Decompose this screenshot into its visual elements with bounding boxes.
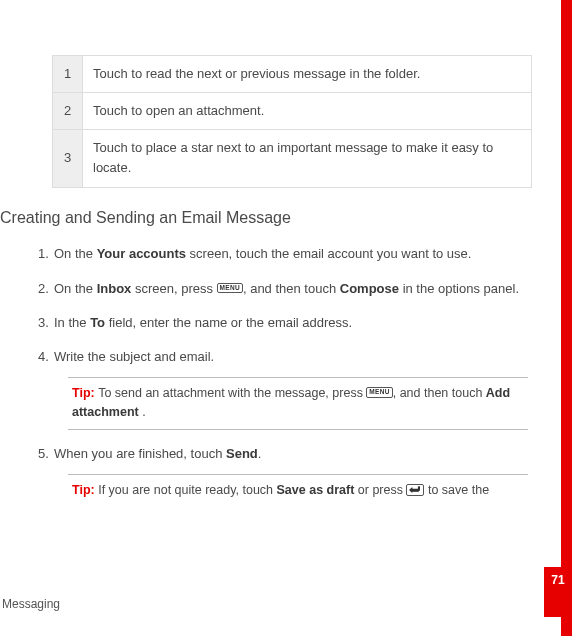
step-item: In the To field, enter the name or the e… xyxy=(38,313,528,333)
step-item: On the Inbox screen, press MENU, and the… xyxy=(38,279,528,299)
side-tab xyxy=(561,0,572,636)
back-icon xyxy=(406,484,424,496)
text: in the options panel. xyxy=(399,281,519,296)
step-item: On the Your accounts screen, touch the e… xyxy=(38,244,528,264)
steps-list: On the Your accounts screen, touch the e… xyxy=(0,244,528,500)
bold: Inbox xyxy=(97,281,132,296)
tip-block: Tip: To send an attachment with the mess… xyxy=(68,377,528,430)
text: or press xyxy=(354,483,406,497)
bold: Send xyxy=(226,446,258,461)
table-row: 3 Touch to place a star next to an impor… xyxy=(53,130,532,187)
table-row: 2 Touch to open an attachment. xyxy=(53,93,532,130)
row-text: Touch to open an attachment. xyxy=(83,93,532,130)
page-content: 1 Touch to read the next or previous mes… xyxy=(0,0,572,500)
tip-block: Tip: If you are not quite ready, touch S… xyxy=(68,474,528,500)
text: field, enter the name or the email addre… xyxy=(105,315,352,330)
menu-icon: MENU xyxy=(366,387,392,398)
step-item: When you are finished, touch Send. Tip: … xyxy=(38,444,528,501)
text: , and then touch xyxy=(393,386,486,400)
page-number: 71 xyxy=(544,567,572,617)
menu-icon: MENU xyxy=(217,283,243,294)
text: To send an attachment with the message, … xyxy=(98,386,366,400)
tip-label: Tip: xyxy=(72,483,98,497)
text: Write the subject and email. xyxy=(54,349,214,364)
bold: Your accounts xyxy=(97,246,186,261)
row-number: 2 xyxy=(53,93,83,130)
step-item: Write the subject and email. Tip: To sen… xyxy=(38,347,528,430)
bold: To xyxy=(90,315,105,330)
reference-table: 1 Touch to read the next or previous mes… xyxy=(52,55,532,188)
row-text: Touch to read the next or previous messa… xyxy=(83,56,532,93)
table-row: 1 Touch to read the next or previous mes… xyxy=(53,56,532,93)
row-text: Touch to place a star next to an importa… xyxy=(83,130,532,187)
bold: Compose xyxy=(340,281,399,296)
text: On the xyxy=(54,281,97,296)
text: . xyxy=(258,446,262,461)
text: screen, touch the email account you want… xyxy=(186,246,471,261)
text: . xyxy=(139,405,146,419)
text: If you are not quite ready, touch xyxy=(98,483,276,497)
text: to save the xyxy=(424,483,489,497)
row-number: 1 xyxy=(53,56,83,93)
footer-chapter: Messaging xyxy=(2,595,60,614)
tip-label: Tip: xyxy=(72,386,98,400)
text: In the xyxy=(54,315,90,330)
text: , and then touch xyxy=(243,281,340,296)
row-number: 3 xyxy=(53,130,83,187)
text: On the xyxy=(54,246,97,261)
text: screen, press xyxy=(131,281,216,296)
section-heading: Creating and Sending an Email Message xyxy=(0,206,528,231)
bold: Save as draft xyxy=(277,483,355,497)
text: When you are finished, touch xyxy=(54,446,226,461)
